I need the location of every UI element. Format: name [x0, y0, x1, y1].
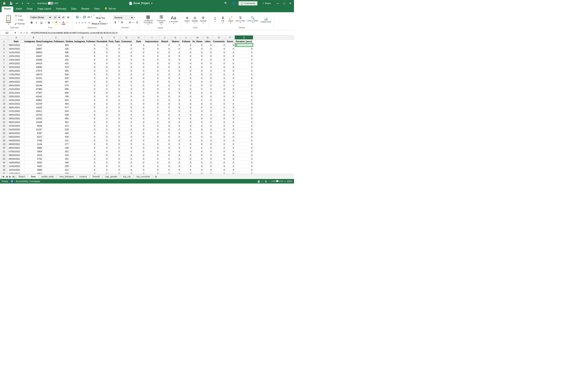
- cell-37-3[interactable]: 0: [69, 172, 96, 174]
- cell-6-1[interactable]: 19299: [25, 58, 43, 62]
- page-break-view-button[interactable]: ⊞: [265, 180, 267, 183]
- cell-22-9[interactable]: 0: [159, 117, 171, 120]
- header-n[interactable]: Likes: [203, 40, 212, 43]
- cell-25-3[interactable]: 0: [69, 128, 96, 131]
- cell-12-2[interactable]: 497: [43, 80, 69, 83]
- cell-9-5[interactable]: 0: [108, 69, 121, 73]
- cell-16-10[interactable]: 0: [171, 95, 181, 98]
- cell-19-4[interactable]: 0: [96, 106, 108, 109]
- col-header-j[interactable]: J: [159, 35, 171, 39]
- cell-12-6[interactable]: 0: [121, 80, 133, 83]
- cell-9-6[interactable]: 0: [121, 69, 133, 73]
- cell-14-1[interactable]: 27486: [25, 87, 43, 91]
- cell-35-2[interactable]: 259: [43, 164, 69, 168]
- cell-24-2[interactable]: 414: [43, 124, 69, 128]
- cell-18-12[interactable]: 0: [192, 102, 203, 106]
- cell-8-1[interactable]: 33086: [25, 65, 43, 69]
- cell-14-8[interactable]: 0: [145, 87, 159, 91]
- cell-36-7[interactable]: 0: [133, 168, 145, 172]
- cell-23-6[interactable]: 0: [121, 120, 133, 124]
- cell-34-0[interactable]: 10/02/2022: [8, 161, 25, 164]
- cell-21-16[interactable]: 0: [235, 113, 253, 117]
- cell-29-3[interactable]: 0: [69, 142, 96, 146]
- cell-15-11[interactable]: 0: [181, 91, 192, 95]
- cell-7-15[interactable]: 0: [226, 62, 235, 65]
- cell-24-5[interactable]: 0: [108, 124, 121, 128]
- percent-button[interactable]: %: [120, 20, 124, 25]
- cell-37-7[interactable]: 0: [133, 172, 145, 174]
- tab-nav-prev[interactable]: ◀: [5, 175, 8, 178]
- cell-13-16[interactable]: 0: [235, 83, 253, 87]
- sort-filter-button[interactable]: ⇅ Sort & Filter ▼: [235, 16, 246, 24]
- zoom-in-button[interactable]: +: [284, 180, 286, 183]
- cell-24-15[interactable]: 0: [226, 124, 235, 128]
- account-icon-btn[interactable]: 👤: [231, 1, 236, 5]
- header-f[interactable]: Post_Type: [108, 40, 121, 43]
- cell-3-15[interactable]: 0: [226, 47, 235, 50]
- cell-18-10[interactable]: 0: [171, 102, 181, 106]
- row-num-25[interactable]: 25: [0, 128, 8, 131]
- cell-reference-box[interactable]: Q2: [1, 31, 13, 35]
- cell-7-6[interactable]: 0: [121, 62, 133, 65]
- cell-25-15[interactable]: 0: [226, 128, 235, 131]
- cell-37-11[interactable]: 0: [181, 172, 192, 174]
- cell-18-14[interactable]: 0: [212, 102, 226, 106]
- col-header-o[interactable]: O: [212, 35, 226, 39]
- cell-25-11[interactable]: 0: [181, 128, 192, 131]
- sheet-tab-top-city[interactable]: top_city: [121, 175, 134, 178]
- cell-23-13[interactable]: 0: [203, 120, 212, 124]
- cell-5-12[interactable]: 0: [192, 54, 203, 58]
- cell-37-9[interactable]: 0: [159, 172, 171, 174]
- row-num-15[interactable]: 15: [0, 91, 8, 95]
- cell-34-5[interactable]: 0: [108, 161, 121, 164]
- col-header-a[interactable]: A: [8, 35, 25, 39]
- cell-23-9[interactable]: 0: [159, 120, 171, 124]
- cell-15-3[interactable]: 0: [69, 91, 96, 95]
- cell-12-5[interactable]: 0: [108, 80, 121, 83]
- cell-20-12[interactable]: 0: [192, 109, 203, 113]
- cell-9-9[interactable]: 0: [159, 69, 171, 73]
- cell-17-3[interactable]: 0: [69, 98, 96, 102]
- tab-insert[interactable]: Insert: [13, 7, 24, 12]
- cell-4-3[interactable]: 0: [69, 50, 96, 54]
- cell-7-5[interactable]: 0: [108, 62, 121, 65]
- cell-16-15[interactable]: 0: [226, 95, 235, 98]
- cell-17-9[interactable]: 0: [159, 98, 171, 102]
- cell-21-4[interactable]: 0: [96, 113, 108, 117]
- cell-17-10[interactable]: 0: [171, 98, 181, 102]
- redo-button[interactable]: ↪: [26, 1, 30, 5]
- cell-5-7[interactable]: 0: [133, 54, 145, 58]
- cell-13-7[interactable]: 0: [133, 83, 145, 87]
- cell-19-7[interactable]: 0: [133, 106, 145, 109]
- cell-3-12[interactable]: 0: [192, 47, 203, 50]
- cell-10-15[interactable]: 0: [226, 73, 235, 76]
- cell-11-11[interactable]: 0: [181, 76, 192, 80]
- cell-10-7[interactable]: 0: [133, 73, 145, 76]
- cell-3-6[interactable]: 0: [121, 47, 133, 50]
- cell-31-0[interactable]: 07/02/2022: [8, 150, 25, 153]
- col-header-l[interactable]: L: [181, 35, 192, 39]
- share-button[interactable]: ↗ Share: [260, 1, 273, 6]
- cell-34-10[interactable]: 0: [171, 161, 181, 164]
- cell-33-13[interactable]: 0: [203, 157, 212, 161]
- cell-32-4[interactable]: 0: [96, 153, 108, 157]
- cell-18-2[interactable]: 464: [43, 102, 69, 106]
- cell-11-8[interactable]: 0: [145, 76, 159, 80]
- cell-35-6[interactable]: 0: [121, 164, 133, 168]
- font-size-select[interactable]: 12: [53, 15, 61, 20]
- cell-28-6[interactable]: 0: [121, 139, 133, 142]
- cell-16-11[interactable]: 0: [181, 95, 192, 98]
- cell-26-9[interactable]: 0: [159, 131, 171, 135]
- cell-36-13[interactable]: 0: [203, 168, 212, 172]
- cell-20-8[interactable]: 0: [145, 109, 159, 113]
- row-num-35[interactable]: 35: [0, 164, 8, 168]
- cell-15-6[interactable]: 0: [121, 91, 133, 95]
- cell-10-12[interactable]: 0: [192, 73, 203, 76]
- cell-20-10[interactable]: 0: [171, 109, 181, 113]
- cell-24-9[interactable]: 0: [159, 124, 171, 128]
- cell-21-15[interactable]: 0: [226, 113, 235, 117]
- cell-25-6[interactable]: 0: [121, 128, 133, 131]
- cell-20-5[interactable]: 0: [108, 109, 121, 113]
- cell-13-10[interactable]: 0: [171, 83, 181, 87]
- cell-8-0[interactable]: 15/01/2022: [8, 65, 25, 69]
